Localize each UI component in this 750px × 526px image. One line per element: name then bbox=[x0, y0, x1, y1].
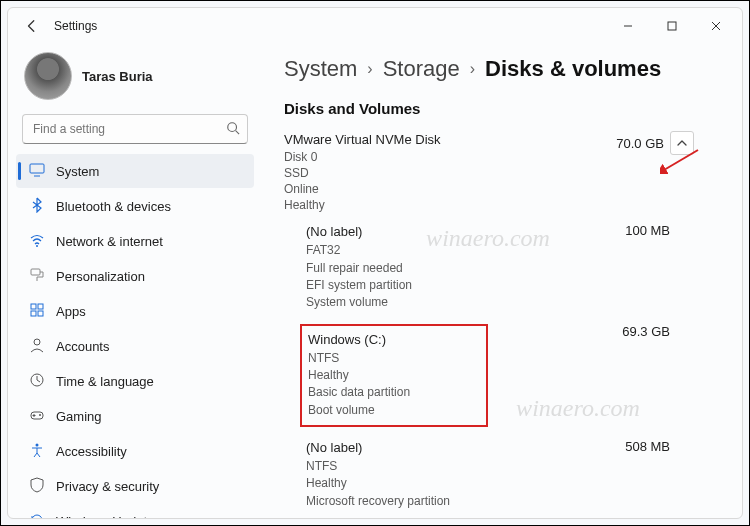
person-icon bbox=[28, 337, 46, 356]
user-block[interactable]: Taras Buria bbox=[16, 48, 254, 110]
svg-rect-9 bbox=[31, 269, 40, 275]
sidebar-item-label: Bluetooth & devices bbox=[56, 199, 171, 214]
svg-rect-1 bbox=[668, 22, 676, 30]
sidebar-item-label: System bbox=[56, 164, 99, 179]
apps-icon bbox=[28, 302, 46, 321]
sidebar-item-privacy-security[interactable]: Privacy & security bbox=[16, 469, 254, 503]
search-input[interactable] bbox=[22, 114, 248, 144]
titlebar: Settings bbox=[8, 8, 742, 44]
volume-partition-type: EFI system partition bbox=[306, 277, 412, 294]
main-content: System › Storage › Disks & volumes Disks… bbox=[260, 44, 742, 518]
volume-fs: NTFS bbox=[308, 350, 468, 367]
chevron-up-icon bbox=[677, 138, 687, 148]
volume-partition-type: Microsoft recovery partition bbox=[306, 493, 450, 510]
volume-size: 69.3 GB bbox=[622, 324, 718, 427]
window-controls bbox=[606, 11, 738, 41]
volume-name: Windows (C:) bbox=[308, 331, 468, 350]
avatar bbox=[24, 52, 72, 100]
chevron-right-icon: › bbox=[470, 60, 475, 78]
display-icon bbox=[28, 162, 46, 181]
disk-type: SSD bbox=[284, 165, 441, 181]
sidebar-item-label: Accounts bbox=[56, 339, 109, 354]
minimize-button[interactable] bbox=[606, 11, 650, 41]
disk-health: Healthy bbox=[284, 197, 441, 213]
clock-icon bbox=[28, 372, 46, 391]
sidebar-item-system[interactable]: System bbox=[16, 154, 254, 188]
sidebar-item-label: Windows Update bbox=[56, 514, 154, 519]
volume-row[interactable]: (No label)FAT32Full repair neededEFI sys… bbox=[306, 223, 718, 311]
volume-size: 100 MB bbox=[625, 223, 718, 311]
sidebar-item-label: Network & internet bbox=[56, 234, 163, 249]
crumb-storage[interactable]: Storage bbox=[383, 56, 460, 82]
volume-health: Healthy bbox=[306, 475, 450, 492]
update-icon bbox=[28, 512, 46, 519]
volume-extra: Boot volume bbox=[308, 402, 468, 419]
close-icon bbox=[711, 21, 721, 31]
search-icon bbox=[226, 121, 240, 139]
sidebar-item-gaming[interactable]: Gaming bbox=[16, 399, 254, 433]
sidebar-item-label: Apps bbox=[56, 304, 86, 319]
disk-number: Disk 0 bbox=[284, 149, 441, 165]
back-button[interactable] bbox=[18, 12, 46, 40]
nav-list: SystemBluetooth & devicesNetwork & inter… bbox=[16, 154, 254, 518]
maximize-button[interactable] bbox=[650, 11, 694, 41]
sidebar-item-accounts[interactable]: Accounts bbox=[16, 329, 254, 363]
svg-line-5 bbox=[236, 131, 240, 135]
sidebar-item-label: Personalization bbox=[56, 269, 145, 284]
sidebar: Taras Buria SystemBluetooth & devicesNet… bbox=[8, 44, 260, 518]
svg-rect-10 bbox=[31, 304, 36, 309]
svg-rect-12 bbox=[31, 311, 36, 316]
arrow-left-icon bbox=[25, 19, 39, 33]
volume-partition-type: Basic data partition bbox=[308, 384, 468, 401]
disk-size: 70.0 GB bbox=[616, 136, 664, 151]
paint-icon bbox=[28, 267, 46, 286]
section-title: Disks and Volumes bbox=[284, 100, 718, 117]
volume-health: Full repair needed bbox=[306, 260, 412, 277]
wifi-icon bbox=[28, 232, 46, 251]
sidebar-item-label: Gaming bbox=[56, 409, 102, 424]
shield-icon bbox=[28, 477, 46, 496]
accessibility-icon bbox=[28, 442, 46, 461]
svg-rect-11 bbox=[38, 304, 43, 309]
close-button[interactable] bbox=[694, 11, 738, 41]
sidebar-item-personalization[interactable]: Personalization bbox=[16, 259, 254, 293]
bluetooth-icon bbox=[28, 197, 46, 216]
disk-name: VMware Virtual NVMe Disk bbox=[284, 131, 441, 149]
volume-name: (No label) bbox=[306, 439, 450, 458]
svg-point-17 bbox=[39, 414, 41, 416]
sidebar-item-label: Accessibility bbox=[56, 444, 127, 459]
maximize-icon bbox=[667, 21, 677, 31]
volumes-list: (No label)FAT32Full repair neededEFI sys… bbox=[284, 223, 718, 510]
sidebar-item-accessibility[interactable]: Accessibility bbox=[16, 434, 254, 468]
disk-header[interactable]: VMware Virtual NVMe Disk Disk 0 SSD Onli… bbox=[284, 131, 718, 213]
sidebar-item-network-internet[interactable]: Network & internet bbox=[16, 224, 254, 258]
breadcrumb: System › Storage › Disks & volumes bbox=[284, 56, 718, 82]
svg-point-4 bbox=[228, 123, 237, 132]
sidebar-item-bluetooth-devices[interactable]: Bluetooth & devices bbox=[16, 189, 254, 223]
volume-row[interactable]: (No label)NTFSHealthyMicrosoft recovery … bbox=[306, 439, 718, 510]
sidebar-item-time-language[interactable]: Time & language bbox=[16, 364, 254, 398]
crumb-disks-volumes: Disks & volumes bbox=[485, 56, 661, 82]
svg-point-14 bbox=[34, 339, 40, 345]
volume-row[interactable]: Windows (C:)NTFSHealthyBasic data partit… bbox=[306, 324, 718, 427]
svg-point-18 bbox=[36, 443, 39, 446]
sidebar-item-label: Privacy & security bbox=[56, 479, 159, 494]
svg-rect-6 bbox=[30, 164, 44, 173]
crumb-system[interactable]: System bbox=[284, 56, 357, 82]
app-title: Settings bbox=[54, 19, 97, 33]
sidebar-item-apps[interactable]: Apps bbox=[16, 294, 254, 328]
volume-extra: System volume bbox=[306, 294, 412, 311]
sidebar-item-windows-update[interactable]: Windows Update bbox=[16, 504, 254, 518]
game-icon bbox=[28, 407, 46, 426]
svg-rect-13 bbox=[38, 311, 43, 316]
volume-fs: FAT32 bbox=[306, 242, 412, 259]
volume-fs: NTFS bbox=[306, 458, 450, 475]
svg-point-8 bbox=[36, 245, 38, 247]
chevron-right-icon: › bbox=[367, 60, 372, 78]
sidebar-item-label: Time & language bbox=[56, 374, 154, 389]
volume-size: 508 MB bbox=[625, 439, 718, 510]
user-name: Taras Buria bbox=[82, 69, 153, 84]
collapse-button[interactable] bbox=[670, 131, 694, 155]
volume-name: (No label) bbox=[306, 223, 412, 242]
disk-status: Online bbox=[284, 181, 441, 197]
